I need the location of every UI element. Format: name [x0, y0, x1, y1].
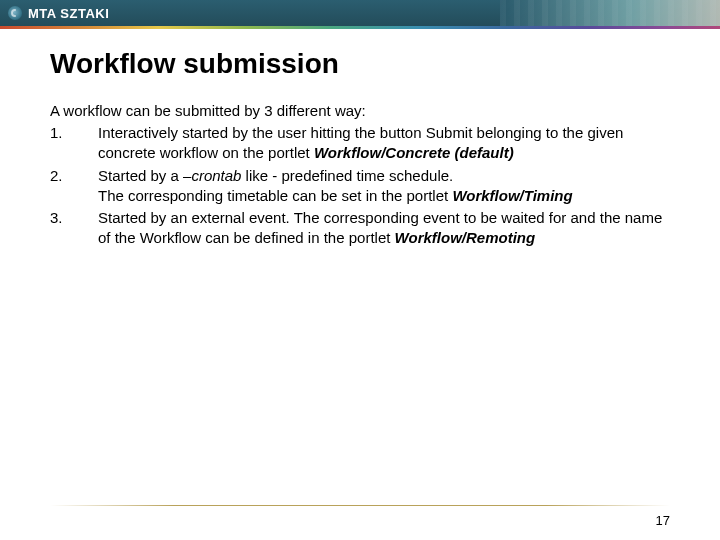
item-body: Interactively started by the user hittin… — [98, 123, 670, 164]
item-number: 3. — [50, 208, 98, 249]
italic-term: crontab — [191, 167, 241, 184]
footer-divider — [50, 505, 670, 506]
slide: MTA SZTAKI Workflow submission A workflo… — [0, 0, 720, 540]
content-area: Workflow submission A workflow can be su… — [0, 26, 720, 249]
header-bar: MTA SZTAKI — [0, 0, 720, 26]
brand-logo: MTA SZTAKI — [0, 6, 109, 21]
portlet-name: Workflow/Remoting — [395, 229, 536, 246]
list-item: 1. Interactively started by the user hit… — [50, 123, 670, 164]
globe-icon — [8, 6, 22, 20]
header-decoration — [500, 0, 720, 26]
list-item: 2. Started by a –crontab like - predefin… — [50, 166, 670, 207]
item-number: 1. — [50, 123, 98, 164]
intro-text: A workflow can be submitted by 3 differe… — [50, 102, 670, 119]
item-text: Started by an external event. The corres… — [98, 209, 662, 246]
item-text: The corresponding timetable can be set i… — [98, 187, 452, 204]
rainbow-divider — [0, 26, 720, 29]
item-body: Started by an external event. The corres… — [98, 208, 670, 249]
workflow-list: 1. Interactively started by the user hit… — [50, 123, 670, 249]
item-body: Started by a –crontab like - predefined … — [98, 166, 670, 207]
brand-text: MTA SZTAKI — [28, 6, 109, 21]
list-item: 3. Started by an external event. The cor… — [50, 208, 670, 249]
item-number: 2. — [50, 166, 98, 207]
page-title: Workflow submission — [50, 48, 670, 80]
page-number: 17 — [656, 513, 670, 528]
item-text: like - predefined time schedule. — [241, 167, 453, 184]
portlet-name: Workflow/Timing — [452, 187, 572, 204]
portlet-name: Workflow/Concrete (default) — [314, 144, 514, 161]
item-text: Started by a – — [98, 167, 191, 184]
